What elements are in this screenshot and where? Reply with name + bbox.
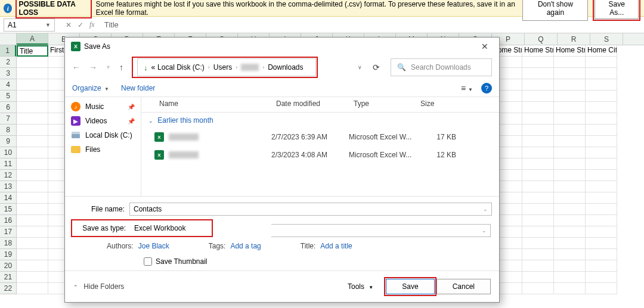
- row-header[interactable]: 8: [0, 125, 16, 136]
- save-button[interactable]: Save: [386, 279, 434, 294]
- cell[interactable]: [522, 68, 554, 79]
- group-header[interactable]: ⌄ Earlier this month: [141, 113, 499, 128]
- cell[interactable]: [17, 68, 48, 79]
- cell[interactable]: [17, 170, 48, 181]
- col-header[interactable]: Q: [525, 33, 558, 45]
- close-icon[interactable]: ✕: [476, 39, 493, 54]
- row-header[interactable]: 6: [0, 102, 16, 113]
- back-icon[interactable]: ←: [72, 63, 80, 72]
- help-icon[interactable]: ?: [481, 83, 492, 94]
- cell[interactable]: [522, 91, 554, 102]
- cancel-button[interactable]: Cancel: [436, 279, 491, 294]
- cell[interactable]: [554, 249, 586, 260]
- save-thumbnail-checkbox[interactable]: [144, 257, 152, 266]
- cell[interactable]: [586, 226, 617, 238]
- filename-input[interactable]: Contacts ⌄: [129, 203, 492, 216]
- cell[interactable]: [522, 79, 554, 91]
- cell[interactable]: [554, 192, 586, 204]
- cell[interactable]: [586, 283, 617, 294]
- chevron-down-icon[interactable]: ▼: [45, 22, 51, 28]
- cell[interactable]: [522, 238, 554, 249]
- row-header[interactable]: 22: [0, 283, 16, 294]
- cell[interactable]: [554, 57, 586, 68]
- refresh-icon[interactable]: ⟳: [373, 63, 380, 72]
- organize-menu[interactable]: Organize ▼: [72, 84, 109, 92]
- cell[interactable]: [522, 147, 554, 158]
- savetype-input[interactable]: Excel Workbook: [131, 222, 212, 235]
- row-header[interactable]: 5: [0, 91, 16, 102]
- fx-icon[interactable]: fx: [89, 20, 95, 29]
- cell[interactable]: [17, 102, 48, 113]
- row-header[interactable]: 7: [0, 113, 16, 125]
- breadcrumb-part[interactable]: Users: [213, 63, 232, 71]
- cell[interactable]: [586, 68, 617, 79]
- chevron-down-icon[interactable]: ⌄: [483, 206, 488, 212]
- cell[interactable]: [522, 170, 554, 181]
- row-header[interactable]: 21: [0, 272, 16, 283]
- row-header[interactable]: 3: [0, 68, 16, 79]
- cell[interactable]: [554, 170, 586, 181]
- cell[interactable]: [17, 204, 48, 215]
- breadcrumb-dropdown-icon[interactable]: ∨: [358, 64, 362, 70]
- up-icon[interactable]: ↑: [119, 63, 123, 72]
- cell[interactable]: Title: [17, 45, 48, 57]
- cell[interactable]: [17, 136, 48, 147]
- sidebar-item-videos[interactable]: ▶ Videos 📌: [65, 114, 141, 128]
- col-header-name[interactable]: Name: [141, 97, 271, 112]
- name-box[interactable]: A1 ▼: [4, 18, 55, 32]
- cell[interactable]: [522, 249, 554, 260]
- cell[interactable]: [522, 125, 554, 136]
- cell[interactable]: [522, 272, 554, 283]
- row-header[interactable]: 17: [0, 226, 16, 238]
- breadcrumb-part[interactable]: Local Disk (C:): [157, 63, 205, 71]
- cell[interactable]: [586, 158, 617, 170]
- breadcrumb-part[interactable]: Downloads: [268, 63, 303, 71]
- cell[interactable]: [17, 91, 48, 102]
- row-header[interactable]: 9: [0, 136, 16, 147]
- cell[interactable]: [554, 226, 586, 238]
- row-header[interactable]: 19: [0, 249, 16, 260]
- cell[interactable]: [522, 215, 554, 226]
- row-header[interactable]: 2: [0, 57, 16, 68]
- row-header[interactable]: 15: [0, 204, 16, 215]
- cell[interactable]: [522, 283, 554, 294]
- cell[interactable]: [522, 136, 554, 147]
- cell[interactable]: [586, 181, 617, 192]
- col-header[interactable]: S: [590, 33, 623, 45]
- cell[interactable]: [554, 147, 586, 158]
- cell[interactable]: [17, 238, 48, 249]
- forward-icon[interactable]: →: [89, 63, 97, 72]
- cell[interactable]: [554, 113, 586, 125]
- cell[interactable]: [586, 215, 617, 226]
- cell[interactable]: [17, 147, 48, 158]
- cell[interactable]: [554, 91, 586, 102]
- cell[interactable]: [586, 91, 617, 102]
- row-header[interactable]: 14: [0, 192, 16, 204]
- cell[interactable]: [586, 272, 617, 283]
- cell[interactable]: [17, 272, 48, 283]
- col-header[interactable]: A: [17, 33, 48, 45]
- cell[interactable]: [17, 113, 48, 125]
- search-input[interactable]: 🔍 Search Downloads: [391, 58, 492, 76]
- cell[interactable]: [586, 102, 617, 113]
- breadcrumb-part-redacted[interactable]: [241, 64, 259, 71]
- row-header[interactable]: 12: [0, 170, 16, 181]
- cancel-formula-icon[interactable]: ✕: [66, 21, 72, 29]
- cell[interactable]: [586, 204, 617, 215]
- row-header[interactable]: 10: [0, 147, 16, 158]
- cell[interactable]: [17, 226, 48, 238]
- row-header[interactable]: 13: [0, 181, 16, 192]
- hide-folders-button[interactable]: ⌃ Hide Folders: [73, 282, 124, 291]
- file-row[interactable]: X2/3/2023 4:08 AMMicrosoft Excel W...12 …: [141, 146, 499, 164]
- cell[interactable]: [522, 102, 554, 113]
- cell[interactable]: [554, 136, 586, 147]
- cell[interactable]: [554, 181, 586, 192]
- cell[interactable]: Home Stre: [522, 45, 554, 57]
- cell[interactable]: [17, 181, 48, 192]
- cell[interactable]: [522, 158, 554, 170]
- tags-value[interactable]: Add a tag: [230, 242, 261, 250]
- cell[interactable]: [586, 260, 617, 272]
- cell[interactable]: [522, 192, 554, 204]
- cell[interactable]: [17, 260, 48, 272]
- cell[interactable]: [586, 170, 617, 181]
